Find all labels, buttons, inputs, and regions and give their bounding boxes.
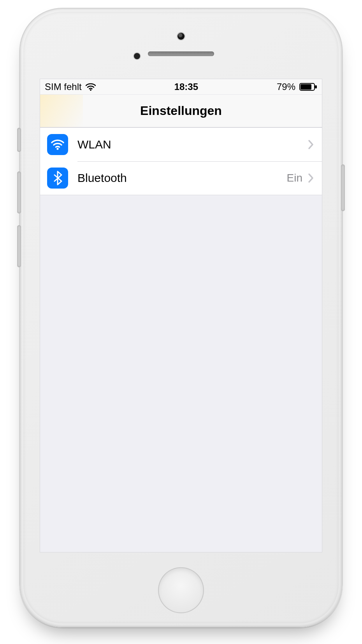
ring-silent-switch[interactable] [17, 128, 21, 152]
row-bluetooth[interactable]: Bluetooth Ein [40, 161, 322, 195]
svg-point-0 [90, 89, 91, 91]
page-title: Einstellungen [140, 104, 222, 118]
battery-icon [299, 83, 317, 91]
volume-up-button[interactable] [17, 171, 21, 213]
row-bluetooth-label: Bluetooth [77, 171, 287, 185]
navbar-tint [40, 95, 83, 127]
bluetooth-icon [47, 168, 68, 189]
settings-list: WLAN Bluetooth Ein [40, 127, 322, 195]
battery-percent: 79% [277, 81, 295, 92]
proximity-sensor [134, 53, 140, 59]
chevron-right-icon [308, 139, 314, 150]
row-wlan-label: WLAN [77, 138, 302, 151]
carrier-text: SIM fehlt [45, 81, 82, 92]
navbar: Einstellungen [40, 95, 322, 127]
svg-rect-2 [315, 85, 317, 88]
row-wlan[interactable]: WLAN [40, 128, 322, 161]
svg-rect-3 [300, 84, 311, 90]
wifi-icon [86, 83, 96, 91]
volume-down-button[interactable] [17, 225, 21, 267]
phone-frame: SIM fehlt 18:35 79% [19, 8, 343, 627]
power-button[interactable] [341, 164, 345, 211]
front-camera [177, 33, 185, 40]
row-bluetooth-value: Ein [287, 172, 302, 184]
svg-point-4 [56, 148, 58, 150]
wifi-icon [47, 134, 68, 155]
earpiece-speaker [148, 51, 214, 56]
screen: SIM fehlt 18:35 79% [40, 79, 322, 552]
home-button[interactable] [158, 567, 204, 613]
clock: 18:35 [174, 81, 198, 92]
status-bar: SIM fehlt 18:35 79% [40, 79, 322, 95]
chevron-right-icon [308, 173, 314, 183]
